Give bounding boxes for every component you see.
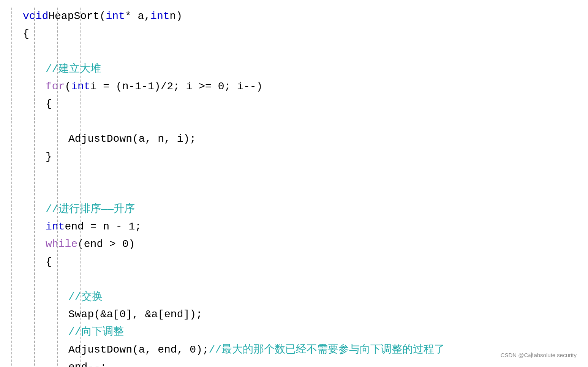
code-line: { — [23, 25, 577, 43]
code-line: void HeapSort(int* a, int n) — [23, 8, 577, 25]
code-line — [23, 43, 577, 60]
code-line: AdjustDown(a, end, 0);//最大的那个数已经不需要参与向下调… — [23, 341, 577, 359]
code-line: //进行排序——升序 — [23, 201, 577, 218]
code-line: Swap(&a[0], &a[end]); — [23, 306, 577, 323]
code-line: while (end > 0) — [23, 236, 577, 253]
indent-guide — [11, 8, 12, 367]
code-line: AdjustDown(a, n, i); — [23, 130, 577, 148]
code-line: } — [23, 148, 577, 166]
code-line — [23, 166, 577, 183]
code-line — [23, 183, 577, 201]
code-block: void HeapSort(int* a, int n){ //建立大堆for … — [11, 8, 577, 367]
code-line: { — [23, 253, 577, 271]
code-line: //建立大堆 — [23, 60, 577, 78]
code-line — [23, 113, 577, 130]
watermark: CSDN @C肆absolute security — [501, 351, 577, 360]
code-line: //向下调整 — [23, 323, 577, 341]
code-line: end--; — [23, 359, 577, 367]
code-line — [23, 271, 577, 288]
code-line: { — [23, 95, 577, 113]
code-line: //交换 — [23, 288, 577, 306]
code-line: int end = n - 1; — [23, 218, 577, 236]
code-line: for (int i = (n-1-1)/2; i >= 0; i--) — [23, 78, 577, 95]
